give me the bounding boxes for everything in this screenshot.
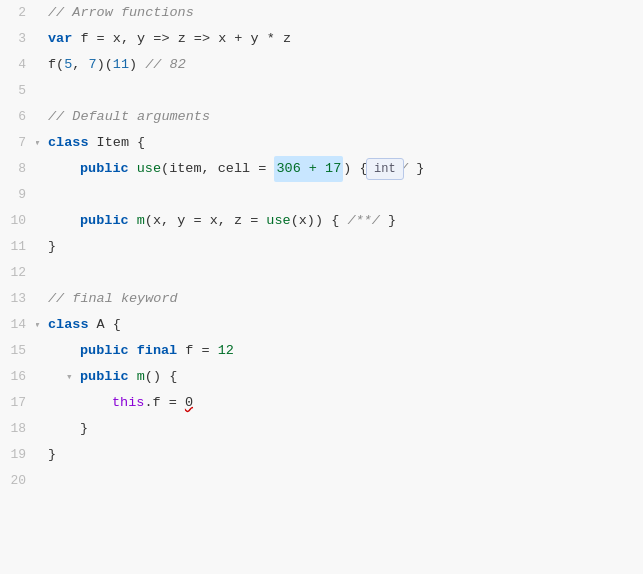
line-num-9: 9: [8, 182, 26, 208]
line-num-8: 8: [8, 156, 26, 182]
code-line-14: // final keyword: [48, 286, 631, 312]
line-num-4: 4: [8, 52, 26, 78]
code-lines: // Arrow functions var f = x, y => z => …: [36, 0, 643, 574]
line-num-3: 3: [8, 26, 26, 52]
line-num-12: 12: [8, 260, 26, 286]
token-plain-3: f = x, y => z => x + y * z: [72, 26, 291, 52]
token-var: var: [48, 26, 72, 52]
token-item-name: Item {: [89, 130, 146, 156]
token-comment-m: /**/: [347, 208, 379, 234]
token-brace-close-12: }: [48, 234, 56, 260]
token-num-5: 5: [64, 52, 72, 78]
code-line-3: var f = x, y => z => x + y * z: [48, 26, 631, 52]
code-line-2: // Arrow functions: [48, 0, 631, 26]
fold-arrow-7[interactable]: ▾: [36, 130, 46, 156]
line-num-18: 18: [8, 416, 26, 442]
token-fn-m2: m: [137, 364, 145, 390]
token-public-final: public: [80, 338, 129, 364]
token-num-11: 11: [113, 52, 129, 78]
code-line-4: f(5, 7)(11) // 82: [48, 52, 631, 78]
line-num-14: 14: [8, 312, 26, 338]
line-num-17: 17: [8, 390, 26, 416]
token-comment-default: // Default arguments: [48, 104, 210, 130]
code-line-17: ▾ public m () {: [48, 364, 631, 390]
token-comment-82: // 82: [145, 52, 186, 78]
code-line-13: [48, 260, 631, 286]
token-class-item: class: [48, 130, 89, 156]
fold-arrow-17[interactable]: ▾: [66, 364, 78, 390]
token-brace-close-20: }: [48, 442, 56, 468]
line-num-19: 19: [8, 442, 26, 468]
code-line-6: // Default arguments: [48, 104, 631, 130]
token-comment-final: // final keyword: [48, 286, 178, 312]
tooltip-int: int: [366, 158, 404, 180]
token-highlight-expr: 306 + 17: [274, 156, 343, 182]
code-line-15: ▾ class A {: [48, 312, 631, 338]
token-public-use: public: [80, 156, 129, 182]
code-line-9: public use (item, cell = 306 + 17 ) { /*…: [48, 156, 631, 182]
token-fn-use-call: use: [266, 208, 290, 234]
token-num-12: 12: [218, 338, 234, 364]
token-public-m: public: [80, 208, 129, 234]
token-fn-m: m: [137, 208, 145, 234]
token-f-call: f(: [48, 52, 64, 78]
code-line-5: [48, 78, 631, 104]
token-public-m2: public: [80, 364, 129, 390]
token-final: final: [137, 338, 178, 364]
code-line-10: [48, 182, 631, 208]
line-num-16: 16: [8, 364, 26, 390]
code-line-12: }: [48, 234, 631, 260]
line-num-15: 15: [8, 338, 26, 364]
code-line-7: ▾ class Item {: [48, 130, 631, 156]
code-line-11: public m (x, y = x, z = use (x)) { /**/ …: [48, 208, 631, 234]
token-class-a: class: [48, 312, 89, 338]
token-this: this: [112, 390, 144, 416]
code-line-18: this .f = 0: [48, 390, 631, 416]
token-comment-arrow: // Arrow functions: [48, 0, 194, 26]
line-num-10: 10: [8, 208, 26, 234]
line-num-7: 7: [8, 130, 26, 156]
code-line-20: }: [48, 442, 631, 468]
line-numbers: 2 3 4 5 6 7 8 9 10 11 12 13 14 15 16 17 …: [0, 0, 36, 574]
line-num-11: 11: [8, 234, 26, 260]
line-num-13: 13: [8, 286, 26, 312]
token-num-7: 7: [89, 52, 97, 78]
fold-arrow-15[interactable]: ▾: [36, 312, 46, 338]
token-fn-use: use: [137, 156, 161, 182]
token-brace-close-19: }: [80, 416, 88, 442]
line-num-6: 6: [8, 104, 26, 130]
line-num-20: 20: [8, 468, 26, 494]
token-zero-squiggly: 0: [185, 390, 193, 416]
line-num-2: 2: [8, 0, 26, 26]
code-editor: 2 3 4 5 6 7 8 9 10 11 12 13 14 15 16 17 …: [0, 0, 643, 574]
token-a-name: A {: [89, 312, 121, 338]
code-line-19: }: [48, 416, 631, 442]
line-num-5: 5: [8, 78, 26, 104]
code-line-16: public final f = 12: [48, 338, 631, 364]
code-area: 2 3 4 5 6 7 8 9 10 11 12 13 14 15 16 17 …: [0, 0, 643, 574]
